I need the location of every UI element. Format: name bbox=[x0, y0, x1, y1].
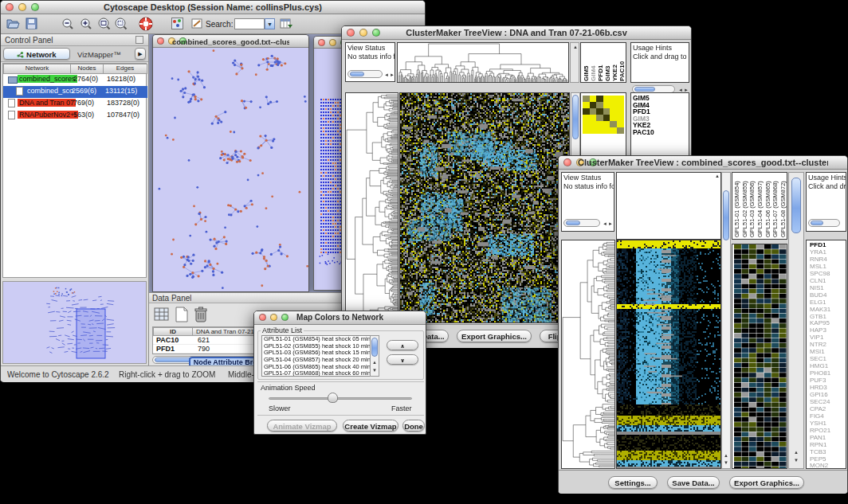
attribute-list-item[interactable]: GPL51-07 (GSM868) heat shock 60 min bbox=[262, 370, 379, 377]
tv1-gene-label[interactable]: PAC10 bbox=[633, 129, 654, 136]
tab-vizmapper[interactable]: VizMapper™ bbox=[77, 50, 121, 59]
tv2-gene-label[interactable]: SEC1 bbox=[810, 355, 826, 362]
treeview2-titlebar[interactable]: ClusterMaker TreeView : combined_scores_… bbox=[559, 156, 847, 170]
network-list-row[interactable]: DNA and Tran 07769(0)183728(0) bbox=[5, 98, 149, 110]
export-graphics-button[interactable]: Export Graphics... bbox=[457, 330, 532, 342]
scroll-left-arrow[interactable]: ◄ bbox=[384, 72, 389, 78]
zoom-selected-icon[interactable] bbox=[114, 18, 128, 33]
move-up-button[interactable]: ∧ bbox=[387, 340, 418, 350]
tv2-gene-label[interactable]: NIS1 bbox=[810, 284, 824, 291]
close-button[interactable] bbox=[318, 39, 325, 46]
tv2-gene-label[interactable]: HAP3 bbox=[810, 326, 826, 334]
tv2-gene-label[interactable]: MON2 bbox=[810, 462, 828, 469]
tv2-gene-label[interactable]: BUD4 bbox=[810, 291, 826, 299]
tv2-gene-label[interactable]: PFD1 bbox=[810, 241, 826, 248]
tv2-gene-label[interactable]: SEC24 bbox=[810, 398, 830, 405]
search-dropdown-arrow[interactable]: ▼ bbox=[265, 18, 275, 29]
help-lifesaver-icon[interactable] bbox=[139, 17, 153, 34]
tv2-gene-label[interactable]: FIG4 bbox=[810, 412, 824, 420]
network-list-row[interactable]: RNAPuberNov2+!563(0)107847(0) bbox=[5, 110, 149, 122]
col-header-edges[interactable]: Edges bbox=[103, 64, 147, 74]
tv1-column-dendrogram[interactable] bbox=[398, 43, 568, 82]
float-panel-icon[interactable] bbox=[135, 36, 143, 44]
slider-thumb[interactable] bbox=[328, 393, 338, 403]
tv1-global-heatmap[interactable] bbox=[400, 93, 569, 322]
tv2-column-label[interactable]: GPL51-04 (GSM857) bbox=[756, 172, 764, 237]
tv2-gene-label[interactable]: NTR2 bbox=[810, 341, 826, 348]
tv2-gene-label[interactable]: CLN1 bbox=[810, 277, 826, 284]
close-button[interactable] bbox=[347, 29, 355, 37]
zoom-out-icon[interactable] bbox=[61, 18, 74, 33]
network-list-row[interactable]: combined_sco2569(6)13112(15) bbox=[3, 86, 147, 98]
tv2-row-dendrogram[interactable] bbox=[562, 240, 614, 468]
tv2-gene-label[interactable]: HRD3 bbox=[810, 384, 827, 391]
close-button[interactable] bbox=[6, 3, 14, 11]
close-button[interactable] bbox=[259, 314, 266, 321]
tv2-column-label[interactable]: GPL51-08 (GSM872) bbox=[779, 172, 787, 237]
tv2-gene-label[interactable]: CPA2 bbox=[810, 405, 826, 412]
tv2-gene-label[interactable]: PAN1 bbox=[810, 434, 826, 441]
annotation-icon[interactable] bbox=[191, 18, 203, 33]
tv2-column-label[interactable]: GPL51-03 (GSM856) bbox=[748, 172, 756, 237]
tv2-gene-label[interactable]: MSL1 bbox=[810, 263, 826, 270]
zoom-in-icon[interactable] bbox=[80, 18, 92, 33]
import-table-icon[interactable] bbox=[280, 18, 292, 33]
tv2-status-scrollbar[interactable] bbox=[563, 219, 600, 227]
tv2-gene-label[interactable]: PUF3 bbox=[810, 377, 826, 384]
col-header-nodes[interactable]: Nodes bbox=[70, 64, 104, 74]
tv1-column-label[interactable]: GIM5 bbox=[583, 43, 590, 81]
tv1-column-label[interactable]: GIM3 bbox=[604, 43, 611, 81]
tv2-hints-scrollbar[interactable] bbox=[808, 219, 840, 227]
tv2-gene-label[interactable]: YSH1 bbox=[810, 420, 826, 427]
dialog-titlebar[interactable]: Map Colors to Network bbox=[254, 311, 426, 325]
animate-vizmap-button[interactable]: Animate Vizmap bbox=[267, 420, 337, 432]
tv2-gene-label[interactable]: TCB3 bbox=[810, 448, 826, 455]
delete-attribute-icon[interactable] bbox=[194, 307, 208, 326]
main-titlebar[interactable]: Cytoscape Desktop (Session Name: collins… bbox=[1, 1, 425, 14]
scroll-right-arrow[interactable]: ► bbox=[390, 72, 395, 78]
animation-speed-slider[interactable] bbox=[269, 397, 412, 400]
tv2-column-label[interactable]: GPL51-02 (GSM855) bbox=[741, 172, 749, 237]
tv1-column-label[interactable]: PFD1 bbox=[597, 43, 604, 81]
tv2-gene-label[interactable]: KAP95 bbox=[810, 319, 830, 326]
tv1-row-dendrogram[interactable] bbox=[346, 93, 398, 322]
col-header-network[interactable]: Network bbox=[3, 64, 71, 74]
tv2-column-label[interactable]: GPL51-06 (GSM865) bbox=[764, 172, 772, 237]
tab-more-button[interactable]: ▶ bbox=[135, 48, 146, 60]
save-icon[interactable] bbox=[26, 18, 37, 33]
network-window-1-titlebar[interactable]: combined_scores_good.txt--cluste... bbox=[153, 35, 308, 48]
tv1-column-label[interactable]: PAC10 bbox=[618, 43, 626, 81]
network-canvas-1[interactable] bbox=[153, 49, 308, 292]
tv2-gene-label[interactable]: PEP5 bbox=[810, 455, 826, 463]
tv2-gene-label[interactable]: PHO81 bbox=[810, 369, 830, 377]
move-down-button[interactable]: ∨ bbox=[387, 354, 418, 365]
close-button[interactable] bbox=[563, 158, 571, 166]
tv2-gene-label[interactable]: SPC98 bbox=[810, 270, 830, 277]
tv2-column-label[interactable]: GPL51-01 (GSM854) bbox=[733, 172, 741, 237]
network-list-row[interactable]: combined_scores2764(0)16218(0) bbox=[5, 74, 149, 86]
export-graphics-button[interactable]: Export Graphics... bbox=[729, 476, 804, 489]
scroll-left-arrow[interactable]: ◄ bbox=[603, 221, 607, 227]
tv2-gene-label[interactable]: HMG1 bbox=[810, 362, 828, 369]
zoom-fit-icon[interactable] bbox=[97, 18, 111, 33]
vizmap-icon[interactable] bbox=[171, 18, 183, 33]
tv2-zoom-vscrollbar[interactable]: ▲▼ bbox=[788, 172, 804, 469]
save-data-button[interactable]: Save Data... bbox=[667, 476, 720, 489]
tv1-column-label[interactable]: YKE2 bbox=[611, 43, 618, 81]
tv2-gene-label[interactable]: YRA1 bbox=[810, 248, 826, 256]
tv2-gene-label[interactable]: GTB1 bbox=[810, 313, 826, 320]
tv2-gene-label[interactable]: RPO21 bbox=[810, 427, 830, 434]
tv2-zoom-heatmap[interactable] bbox=[734, 244, 787, 468]
tab-network[interactable]: Network bbox=[3, 48, 70, 60]
create-vizmap-button[interactable]: Create Vizmap bbox=[343, 420, 398, 432]
tv2-column-label[interactable]: GPL51-07 (GSM868) bbox=[771, 172, 779, 237]
tv2-global-heatmap[interactable] bbox=[617, 240, 720, 468]
tv2-gene-label[interactable]: MSI1 bbox=[810, 348, 825, 355]
attr-col-id[interactable]: ID bbox=[153, 327, 193, 336]
tv2-gene-label[interactable]: GPI16 bbox=[810, 391, 828, 398]
tv2-gene-label[interactable]: ELG1 bbox=[810, 299, 826, 306]
tv2-gene-label[interactable]: RPN1 bbox=[810, 441, 826, 448]
tv1-status-scrollbar[interactable] bbox=[347, 70, 383, 78]
search-input[interactable] bbox=[234, 18, 265, 29]
attribute-select-icon[interactable] bbox=[154, 307, 170, 326]
